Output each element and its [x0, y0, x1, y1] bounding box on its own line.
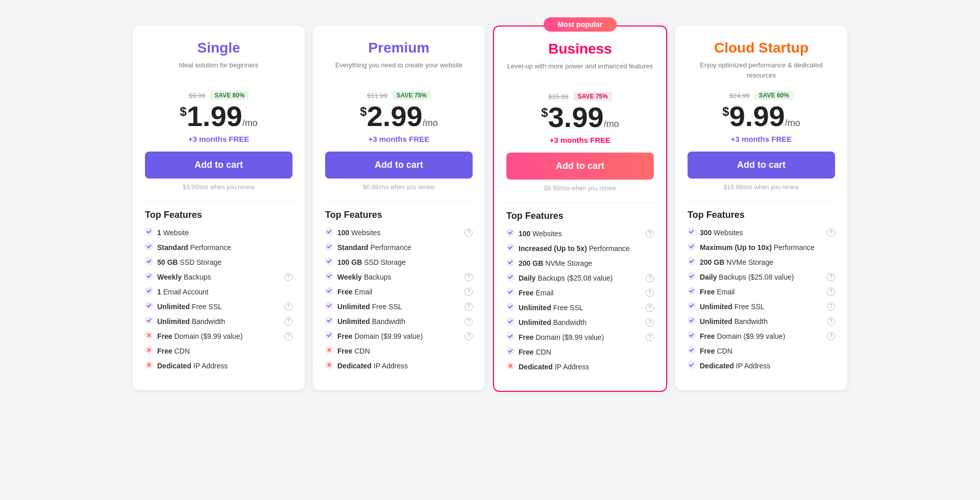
feature-text-cloud-1: Maximum (Up to 10x) Performance: [700, 243, 815, 252]
price-mo-business: /mo: [604, 119, 619, 129]
svg-point-31: [688, 242, 696, 251]
feature-text-cloud-6: Unlimited Bandwidth: [700, 317, 768, 326]
top-features-title-premium: Top Features: [325, 210, 473, 220]
feature-left-single-9: Dedicated IP Address: [145, 361, 228, 370]
feature-left-single-4: 1 Email Account: [145, 287, 208, 296]
info-icon-feature-premium-5[interactable]: ?: [464, 303, 473, 311]
svg-point-17: [325, 331, 333, 339]
feature-left-business-0: 100 Websites: [506, 229, 562, 238]
info-icon-feature-premium-3[interactable]: ?: [464, 273, 473, 281]
info-icon-feature-business-4[interactable]: ?: [646, 289, 654, 297]
feature-text-premium-6: Unlimited Bandwidth: [337, 317, 405, 326]
svg-point-1: [145, 242, 153, 251]
price-mo-single: /mo: [242, 118, 258, 128]
plan-card-premium: PremiumEverything you need to create you…: [313, 26, 485, 390]
feature-text-single-9: Dedicated IP Address: [157, 362, 228, 370]
info-icon-feature-business-0[interactable]: ?: [646, 230, 654, 238]
info-icon-feature-cloud-0[interactable]: ?: [827, 229, 835, 237]
info-icon-feature-business-6[interactable]: ?: [646, 318, 654, 327]
svg-point-20: [506, 229, 514, 237]
add-to-cart-btn-single[interactable]: Add to cart: [145, 152, 292, 179]
feature-item-cloud-9: Dedicated IP Address: [688, 361, 835, 370]
feature-left-premium-1: Standard Performance: [325, 242, 411, 252]
feature-left-single-3: Weekly Backups: [145, 272, 211, 282]
info-icon-feature-cloud-4[interactable]: ?: [827, 288, 835, 296]
check-icon-single-4: [145, 287, 153, 296]
info-icon-feature-cloud-7[interactable]: ?: [827, 332, 835, 340]
info-icon-feature-business-7[interactable]: ?: [646, 333, 654, 341]
renew-text-premium: $6.99/mo when you renew: [325, 184, 473, 191]
feature-item-premium-4: Free Email ?: [325, 287, 473, 296]
plan-desc-premium: Everything you need to create your websi…: [325, 60, 473, 83]
feature-left-business-4: Free Email: [506, 288, 553, 297]
original-price-cloud: $24.99: [729, 92, 750, 99]
feature-left-business-2: 200 GB NVMe Storage: [506, 258, 592, 268]
feature-left-business-7: Free Domain ($9.99 value): [506, 332, 604, 342]
info-icon-feature-single-7[interactable]: ?: [284, 332, 292, 340]
feature-left-premium-7: Free Domain ($9.99 value): [325, 331, 423, 341]
original-price-single: $9.99: [189, 92, 206, 99]
price-amount-premium: 2.99: [367, 100, 423, 132]
info-icon-feature-business-5[interactable]: ?: [646, 304, 654, 312]
info-icon-feature-single-3[interactable]: ?: [284, 273, 292, 281]
info-icon-feature-business-3[interactable]: ?: [646, 274, 654, 282]
feature-item-single-7: Free Domain ($9.99 value) ?: [145, 331, 292, 341]
feature-text-single-8: Free CDN: [157, 347, 190, 355]
feature-left-business-1: Increased (Up to 5x) Performance: [506, 243, 630, 253]
feature-left-single-8: Free CDN: [145, 346, 190, 356]
divider-premium: [325, 201, 473, 202]
feature-item-premium-1: Standard Performance: [325, 242, 473, 252]
feature-text-cloud-3: Daily Backups ($25.08 value): [700, 273, 794, 281]
feature-item-single-2: 50 GB SSD Storage: [145, 257, 292, 267]
svg-point-14: [325, 287, 333, 295]
plan-desc-business: Level-up with more power and enhanced fe…: [506, 61, 654, 84]
top-features-title-business: Top Features: [506, 211, 654, 221]
add-to-cart-btn-cloud[interactable]: Add to cart: [688, 152, 835, 179]
months-free-single: +3 months FREE: [145, 135, 292, 143]
feature-left-business-6: Unlimited Bandwidth: [506, 317, 586, 327]
feature-text-single-6: Unlimited Bandwidth: [157, 317, 225, 326]
pricing-row-premium: $11.99 SAVE 75%: [325, 91, 473, 100]
add-to-cart-btn-premium[interactable]: Add to cart: [325, 152, 473, 179]
feature-left-cloud-7: Free Domain ($9.99 value): [688, 331, 785, 341]
add-to-cart-btn-business[interactable]: Add to cart: [506, 153, 654, 180]
svg-point-30: [688, 228, 696, 236]
pricing-row-business: $15.99 SAVE 75%: [506, 92, 654, 101]
info-icon-feature-cloud-3[interactable]: ?: [827, 273, 835, 281]
info-icon-feature-cloud-5[interactable]: ?: [827, 303, 835, 311]
feature-text-business-5: Unlimited Free SSL: [519, 304, 583, 312]
price-amount-single: 1.99: [187, 100, 242, 132]
feature-item-business-1: Increased (Up to 5x) Performance: [506, 243, 654, 253]
check-icon-premium-2: [325, 257, 333, 267]
original-price-business: $15.99: [548, 93, 569, 101]
info-icon-feature-single-5[interactable]: ?: [284, 303, 292, 311]
svg-point-22: [506, 258, 514, 266]
info-icon-feature-premium-7[interactable]: ?: [464, 332, 473, 340]
svg-point-37: [688, 331, 696, 339]
plan-name-single: Single: [145, 40, 292, 56]
info-icon-feature-single-6[interactable]: ?: [284, 317, 292, 326]
svg-point-28: [506, 347, 514, 355]
feature-item-cloud-7: Free Domain ($9.99 value) ?: [688, 331, 835, 341]
top-features-title-single: Top Features: [145, 210, 292, 220]
save-badge-cloud: SAVE 60%: [755, 91, 793, 100]
info-icon-feature-premium-0[interactable]: ?: [464, 229, 473, 237]
check-icon-cloud-2: [688, 257, 696, 267]
feature-item-business-6: Unlimited Bandwidth ?: [506, 317, 654, 327]
save-badge-premium: SAVE 75%: [393, 91, 431, 100]
info-icon-feature-premium-4[interactable]: ?: [464, 288, 473, 296]
feature-item-single-0: 1 Website: [145, 228, 292, 237]
feature-item-premium-9: Dedicated IP Address: [325, 361, 473, 370]
info-icon-feature-cloud-6[interactable]: ?: [827, 317, 835, 326]
feature-left-business-9: Dedicated IP Address: [506, 362, 589, 371]
feature-item-business-4: Free Email ?: [506, 288, 654, 297]
feature-item-cloud-1: Maximum (Up to 10x) Performance: [688, 242, 835, 252]
svg-point-12: [325, 257, 333, 265]
feature-left-cloud-8: Free CDN: [688, 346, 732, 356]
check-icon-premium-7: [325, 331, 333, 341]
check-icon-business-2: [506, 258, 514, 268]
info-icon-feature-premium-6[interactable]: ?: [464, 317, 473, 326]
check-icon-single-3: [145, 272, 153, 282]
price-mo-premium: /mo: [423, 118, 438, 128]
feature-left-premium-3: Weekly Backups: [325, 272, 391, 282]
